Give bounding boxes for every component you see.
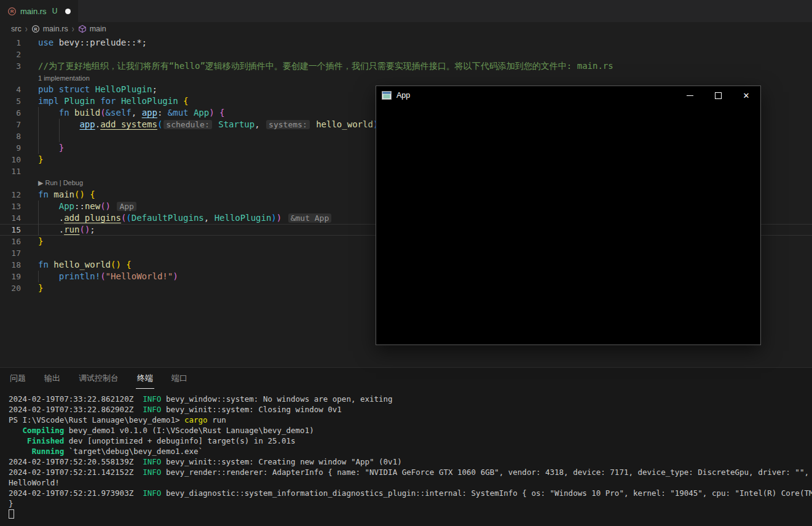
terminal-cursor [9, 509, 14, 519]
close-button[interactable]: ✕ [732, 86, 760, 105]
codelens-link[interactable]: ▶ Run | Debug [38, 179, 83, 187]
line-number: 20 [0, 284, 21, 293]
panel-tab-ports[interactable]: 端口 [170, 368, 189, 389]
code-text: } [38, 142, 64, 154]
indent-guide-line [59, 130, 60, 142]
code-line[interactable]: 3//为了更好地组织，让我们将所有“hello”逻辑移动到插件中。要创建一个插件… [0, 60, 812, 72]
terminal-line: PS I:\VScode\Rust Lanuage\bevy_demo1> ca… [9, 415, 812, 425]
line-number: 2 [0, 50, 21, 59]
line-number: 10 [0, 155, 21, 164]
terminal-line: 2024-02-19T07:52:21.142152Z INFO bevy_re… [9, 467, 812, 477]
indent-guide-line [38, 212, 39, 224]
line-number: 16 [0, 237, 21, 246]
chevron-right-icon: › [72, 23, 74, 34]
minimize-button[interactable] [676, 86, 704, 105]
panel-tab-problems[interactable]: 问题 [9, 368, 27, 389]
breadcrumb: src › R main.rs › main [0, 22, 812, 36]
panel-tab-debug-console[interactable]: 调试控制台 [77, 368, 120, 389]
line-number: 8 [0, 132, 21, 141]
line-number: 13 [0, 202, 21, 211]
app-window[interactable]: App ✕ [376, 86, 761, 345]
line-number: 17 [0, 249, 21, 258]
code-text: } [38, 236, 43, 247]
code-text: } [38, 282, 43, 294]
codelens-row[interactable]: 1 implementation [0, 72, 812, 84]
editor-tab-bar: R main.rs U [0, 0, 812, 22]
code-text: pub struct HelloPlugin; [38, 84, 157, 95]
modified-dot-icon[interactable] [65, 9, 71, 14]
maximize-button[interactable] [704, 86, 732, 105]
code-text: println!("HelloWorld!") [38, 271, 178, 282]
panel-tab-terminal[interactable]: 终端 [136, 368, 154, 389]
code-text: fn hello_world() { [38, 259, 132, 271]
indent-guide-line [38, 107, 39, 119]
git-status-badge: U [52, 7, 58, 15]
terminal-line: 2024-02-19T07:52:20.558139Z INFO bevy_wi… [9, 456, 812, 467]
indent-guide-line [38, 201, 39, 212]
terminal-line: HelloWorld! [9, 477, 812, 488]
terminal-line: Finished dev [unoptimized + debuginfo] t… [9, 436, 812, 446]
inlay-hint: &mut App [288, 213, 332, 223]
app-window-icon [382, 91, 392, 100]
breadcrumb-item-main[interactable]: main [78, 25, 106, 33]
svg-text:R: R [10, 9, 14, 14]
code-text: .add_plugins((DefaultPlugins, HelloPlugi… [38, 212, 333, 224]
app-window-titlebar[interactable]: App ✕ [376, 86, 760, 105]
code-text: impl Plugin for HelloPlugin { [38, 95, 188, 107]
terminal-line: } [9, 498, 812, 509]
code-line[interactable]: 2 [0, 49, 812, 60]
code-text: fn main() { [38, 189, 95, 201]
code-text: fn build(&self, app: &mut App) { [38, 107, 225, 119]
codelens-link[interactable]: 1 implementation [38, 74, 90, 82]
line-number: 5 [0, 97, 21, 106]
inlay-hint: App [117, 202, 136, 211]
code-text: App::new() App [38, 201, 138, 212]
terminal-line: 2024-02-19T07:52:21.973903Z INFO bevy_di… [9, 488, 812, 498]
code-line[interactable]: 1use bevy::prelude::*; [0, 37, 812, 49]
tab-filename: main.rs [20, 7, 47, 16]
line-number: 12 [0, 190, 21, 199]
svg-text:R: R [34, 26, 37, 32]
line-number: 3 [0, 62, 21, 71]
bottom-panel: 问题输出调试控制台终端端口 2024-02-19T07:33:22.862120… [0, 367, 812, 526]
terminal-line: 2024-02-19T07:33:22.862902Z INFO bevy_wi… [9, 404, 812, 415]
terminal-line: 2024-02-19T07:33:22.862120Z INFO bevy_wi… [9, 394, 812, 404]
line-number: 15 [0, 225, 21, 234]
indent-guide-line [38, 130, 39, 142]
terminal-line: Running `target\debug\bevy_demo1.exe` [9, 446, 812, 456]
symbol-function-icon [78, 25, 87, 33]
chevron-right-icon: › [25, 23, 28, 34]
line-number: 7 [0, 120, 21, 129]
editor-tab-main-rs[interactable]: R main.rs U [0, 0, 78, 22]
indent-guide-line [38, 224, 39, 236]
app-window-content [376, 105, 760, 345]
close-icon: ✕ [743, 92, 750, 100]
code-text: use bevy::prelude::*; [38, 37, 147, 49]
minimize-icon [687, 95, 693, 96]
indent-guide-line [38, 271, 39, 282]
terminal-line: Compiling bevy_demo1 v0.1.0 (I:\VScode\R… [9, 425, 812, 436]
panel-tab-output[interactable]: 输出 [43, 368, 61, 389]
rust-file-icon: R [7, 7, 17, 16]
inlay-hint: schedule: [164, 120, 211, 129]
maximize-icon [715, 92, 722, 99]
line-number: 4 [0, 85, 21, 94]
indent-guide-line [59, 119, 60, 130]
line-number: 11 [0, 167, 21, 176]
breadcrumb-item-src[interactable]: src [11, 25, 22, 33]
breadcrumb-item-main-rs[interactable]: R main.rs [31, 25, 68, 33]
line-number: 19 [0, 272, 21, 281]
line-number: 14 [0, 213, 21, 223]
line-number: 6 [0, 108, 21, 118]
code-text: //为了更好地组织，让我们将所有“hello”逻辑移动到插件中。要创建一个插件，… [38, 60, 613, 72]
window-controls: ✕ [676, 86, 760, 105]
code-text: } [38, 154, 43, 165]
code-text: .run(); [38, 224, 95, 236]
terminal[interactable]: 2024-02-19T07:33:22.862120Z INFO bevy_wi… [0, 389, 812, 519]
inlay-hint: systems: [266, 120, 310, 129]
line-number: 1 [0, 38, 21, 47]
code-text: app.add_systems(schedule: Startup, syste… [38, 119, 384, 130]
indent-guide-line [38, 119, 39, 130]
line-number: 18 [0, 260, 21, 269]
line-number: 9 [0, 143, 21, 153]
